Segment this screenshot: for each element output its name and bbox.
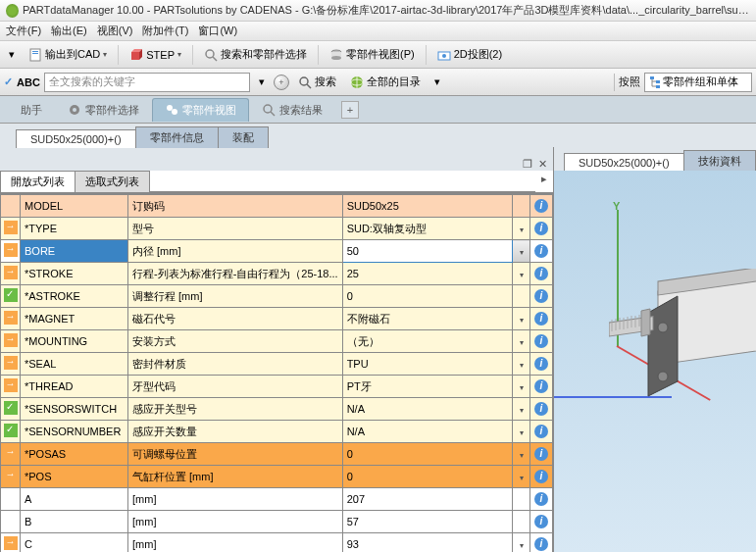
param-value[interactable]: 0 xyxy=(342,466,512,488)
dropdown-icon[interactable]: ▾ xyxy=(520,226,524,234)
search-icon xyxy=(262,103,276,117)
menu-export[interactable]: 输出(E) xyxy=(51,24,87,38)
param-value[interactable]: 0 xyxy=(342,443,512,466)
param-name: *ASTROKE xyxy=(21,285,128,308)
table-row[interactable]: *POSAS可调螺母位置0▾i xyxy=(1,443,553,466)
close-icon[interactable]: ✕ xyxy=(538,158,547,171)
subtab-assembly[interactable]: 装配 xyxy=(218,126,269,148)
dropdown-icon[interactable]: ▾ xyxy=(520,383,524,392)
search-parts-button[interactable]: 搜索和零部件选择 xyxy=(199,44,312,65)
info-icon[interactable]: i xyxy=(534,425,548,438)
param-value[interactable]: TPU xyxy=(342,353,512,376)
info-icon[interactable]: i xyxy=(534,402,548,416)
param-value[interactable]: 0 xyxy=(342,285,512,308)
param-value[interactable]: N/A xyxy=(342,421,512,443)
info-icon[interactable]: i xyxy=(534,312,548,326)
2d-projection-button[interactable]: 2D投图(2) xyxy=(432,44,508,65)
table-row[interactable]: B[mm]57i xyxy=(1,511,553,533)
dropdown-icon[interactable]: ▾ xyxy=(520,474,524,482)
table-row[interactable]: *THREAD牙型代码PT牙▾i xyxy=(1,376,553,398)
dropdown-icon[interactable]: ▾ xyxy=(520,271,524,279)
viewer-tab-document[interactable]: SUD50x25(000)+() xyxy=(564,153,684,172)
subtab-document[interactable]: SUD50x25(000)+() xyxy=(16,129,136,148)
restore-icon[interactable]: ❐ xyxy=(523,158,532,171)
info-icon[interactable]: i xyxy=(534,222,548,235)
tab-helper[interactable]: 助手 xyxy=(8,98,55,122)
table-row[interactable]: C[mm]93▾i xyxy=(1,533,553,553)
param-name: C xyxy=(21,533,128,553)
fulltext-search-input[interactable]: 全文搜索的关键字 xyxy=(44,73,250,92)
step-format-button[interactable]: STEP ▾ xyxy=(125,45,186,65)
search-button[interactable]: 搜索 xyxy=(293,72,341,92)
table-row[interactable]: A[mm]207i xyxy=(1,488,553,511)
param-value[interactable]: PT牙 xyxy=(342,376,512,398)
info-icon[interactable]: i xyxy=(534,470,548,483)
menu-file[interactable]: 文件(F) xyxy=(6,24,41,38)
param-value[interactable]: SUD:双轴复动型 xyxy=(342,218,512,240)
chevron-left-button[interactable]: ▾ xyxy=(4,45,20,64)
param-value[interactable]: 93 xyxy=(342,533,512,553)
tab-parts-view[interactable]: 零部件视图 xyxy=(152,98,249,122)
chevron-right-icon[interactable]: ▸ xyxy=(535,171,553,192)
table-row[interactable]: *SEAL密封件材质TPU▾i xyxy=(1,353,553,376)
info-icon[interactable]: i xyxy=(534,379,548,393)
list-tab-open[interactable]: 開放式列表 xyxy=(0,171,76,192)
info-icon[interactable]: i xyxy=(534,515,548,528)
menu-addon[interactable]: 附加件(T) xyxy=(142,24,188,38)
tab-search-result[interactable]: 搜索结果 xyxy=(249,98,335,122)
info-icon[interactable]: i xyxy=(534,289,548,303)
table-row[interactable]: BORE内径 [mm]50▾i xyxy=(1,240,553,263)
dropdown-icon[interactable]: ▾ xyxy=(520,338,524,347)
dropdown-icon[interactable]: ▾ xyxy=(520,316,524,325)
info-icon[interactable]: i xyxy=(534,537,548,551)
filter-dropdown[interactable]: 零部件组和单体 xyxy=(644,73,752,92)
menu-window[interactable]: 窗口(W) xyxy=(198,24,237,38)
table-row[interactable]: *SENSORSWITCH感应开关型号N/A▾i xyxy=(1,398,553,421)
add-tab-button[interactable]: + xyxy=(341,101,359,119)
dropdown-icon[interactable]: ▾ xyxy=(520,541,524,550)
param-value[interactable]: 57 xyxy=(342,511,512,533)
list-tab-select[interactable]: 选取式列表 xyxy=(75,171,150,192)
table-row[interactable]: *SENSORNUMBER感应开关数量N/A▾i xyxy=(1,421,553,443)
arrow-icon xyxy=(4,266,18,279)
info-icon[interactable]: i xyxy=(534,492,548,506)
table-row[interactable]: *POS气缸杆位置 [mm]0▾i xyxy=(1,466,553,488)
part-view-button[interactable]: 零部件视图(P) xyxy=(325,44,420,65)
export-cad-button[interactable]: 输出到CAD ▾ xyxy=(24,44,112,65)
add-button[interactable]: + xyxy=(274,75,289,90)
table-row[interactable]: *STROKE行程-列表为标准行程-自由行程为（25-18...25▾i xyxy=(1,263,553,285)
table-row[interactable]: *TYPE型号SUD:双轴复动型▾i xyxy=(1,218,553,240)
param-value[interactable]: SUD50x25 xyxy=(342,195,512,218)
info-icon[interactable]: i xyxy=(534,447,548,461)
param-value[interactable]: 50 xyxy=(342,240,512,263)
table-row[interactable]: *MOUNTING安装方式（无）▾i xyxy=(1,330,553,353)
tab-parts-select[interactable]: 零部件选择 xyxy=(55,98,152,122)
subtab-part-info[interactable]: 零部件信息 xyxy=(135,126,219,148)
dropdown-icon[interactable]: ▾ xyxy=(520,406,524,415)
info-icon[interactable]: i xyxy=(534,244,548,258)
viewer-tab-tech[interactable]: 技術資料 xyxy=(683,150,756,172)
svg-point-6 xyxy=(206,50,214,58)
table-row[interactable]: *ASTROKE调整行程 [mm]0i xyxy=(1,285,553,308)
3d-viewer[interactable]: Y xyxy=(554,171,756,552)
check-icon[interactable]: ✓ xyxy=(4,75,13,88)
param-value[interactable]: 不附磁石 xyxy=(342,308,512,330)
menu-view[interactable]: 视图(V) xyxy=(97,24,133,38)
param-value[interactable]: （无） xyxy=(342,330,512,353)
dropdown-icon[interactable]: ▾ xyxy=(520,361,524,370)
param-value[interactable]: N/A xyxy=(342,398,512,421)
info-icon[interactable]: i xyxy=(534,199,548,213)
table-row[interactable]: *MAGNET磁石代号不附磁石▾i xyxy=(1,308,553,330)
info-icon[interactable]: i xyxy=(534,357,548,371)
info-icon[interactable]: i xyxy=(534,334,548,348)
catalog-chevron[interactable]: ▾ xyxy=(429,73,445,91)
dropdown-icon[interactable]: ▾ xyxy=(520,248,524,257)
param-value[interactable]: 207 xyxy=(342,488,512,511)
catalog-dropdown[interactable]: 全部的目录 xyxy=(345,72,426,92)
search-dropdown[interactable]: ▾ xyxy=(254,73,270,91)
info-icon[interactable]: i xyxy=(534,267,548,280)
param-value[interactable]: 25 xyxy=(342,263,512,285)
dropdown-icon[interactable]: ▾ xyxy=(520,451,524,460)
dropdown-icon[interactable]: ▾ xyxy=(520,428,524,437)
table-row[interactable]: MODEL订购码SUD50x25i xyxy=(1,195,553,218)
